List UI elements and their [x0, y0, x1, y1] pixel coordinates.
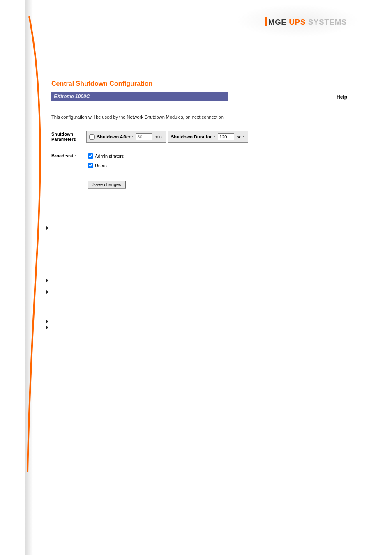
- shutdown-duration-label: Shutdown Duration :: [171, 134, 215, 139]
- shutdown-after-label: Shutdown After :: [97, 134, 133, 139]
- bullet-icon: [46, 226, 48, 230]
- logo-systems: SYSTEMS: [308, 18, 347, 26]
- bullet-icon: [46, 279, 48, 283]
- shutdown-after-input[interactable]: [136, 133, 152, 140]
- broadcast-label: Broadcast :: [51, 153, 86, 159]
- page-title: Central Shutdown Configuration: [51, 80, 347, 88]
- broadcast-users-option[interactable]: Users: [88, 163, 124, 168]
- orange-accent-curve: [26, 16, 42, 477]
- broadcast-administrators-option[interactable]: Administrators: [88, 153, 124, 159]
- bullet-icon: [46, 290, 48, 294]
- broadcast-row: Broadcast : Administrators Users: [51, 153, 347, 168]
- shutdown-after-group: Shutdown After : min: [86, 131, 166, 143]
- logo-bar-icon: [265, 17, 267, 26]
- shutdown-after-checkbox[interactable]: [89, 134, 95, 140]
- side-bullets: [46, 226, 48, 329]
- model-name: EXtreme 1000C: [51, 92, 228, 101]
- bullet-icon: [46, 320, 48, 324]
- shutdown-duration-unit: sec: [237, 134, 244, 139]
- help-link[interactable]: Help: [337, 94, 347, 100]
- shutdown-duration-group: Shutdown Duration : sec: [168, 131, 248, 143]
- description-text: This configuration will be used by the N…: [51, 115, 347, 120]
- users-checkbox[interactable]: [88, 163, 93, 168]
- shutdown-after-unit: min: [154, 134, 162, 139]
- logo-ups: UPS: [289, 18, 306, 26]
- brand-logo: MGE UPS SYSTEMS: [265, 17, 347, 27]
- logo-mge: MGE: [268, 18, 287, 26]
- administrators-label: Administrators: [95, 154, 124, 159]
- shutdown-parameters-row: Shutdown Parameters : Shutdown After : m…: [51, 131, 347, 143]
- users-label: Users: [95, 163, 107, 168]
- model-strip: EXtreme 1000C Help: [51, 92, 347, 101]
- footer-divider: [47, 520, 367, 520]
- bullet-icon: [46, 325, 48, 329]
- administrators-checkbox[interactable]: [88, 153, 93, 159]
- save-changes-button[interactable]: Save changes: [88, 181, 126, 188]
- shutdown-parameters-label: Shutdown Parameters :: [51, 131, 86, 142]
- shutdown-duration-input[interactable]: [218, 133, 234, 140]
